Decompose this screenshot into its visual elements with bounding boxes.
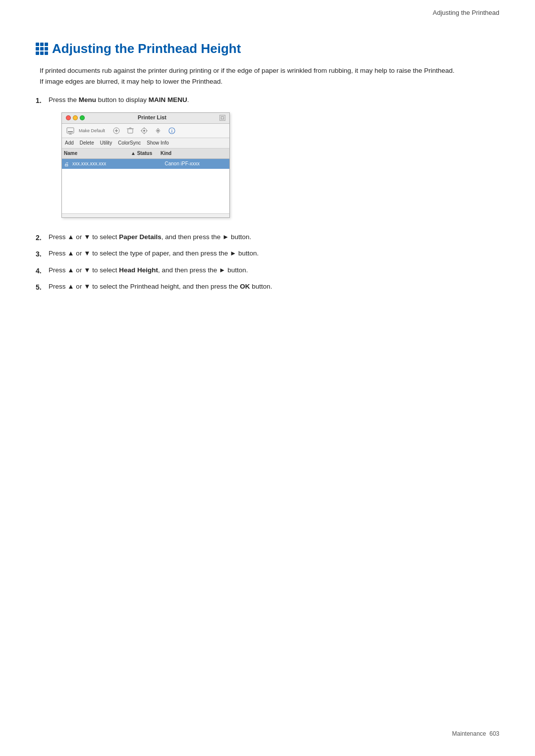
step-1-number: 1.	[36, 95, 49, 106]
window-traffic-lights	[66, 115, 85, 120]
menu-delete[interactable]: Delete	[80, 139, 94, 147]
step-1-text-before: Press the	[49, 96, 79, 103]
step-1-text-after: .	[187, 96, 189, 103]
svg-text:i: i	[171, 129, 173, 134]
intro-paragraph: If printed documents rub against the pri…	[36, 65, 499, 87]
footer-section: Maintenance	[452, 730, 486, 737]
steps-list: 1. Press the Menu button to display MAIN…	[36, 95, 499, 293]
page-title: Adjusting the Printhead Height	[52, 41, 241, 56]
svg-rect-7	[128, 129, 133, 133]
menu-showinfo[interactable]: Show Info	[147, 139, 168, 147]
step-3-content: Press ▲ or ▼ to select the type of paper…	[49, 248, 499, 259]
intro-line2: If image edges are blurred, it may help …	[40, 78, 222, 85]
make-default-label: Make Default	[79, 127, 105, 134]
step-4-number: 4.	[36, 265, 49, 276]
svg-rect-0	[67, 128, 74, 133]
table-body-empty	[62, 169, 229, 213]
page-title-container: Adjusting the Printhead Height	[36, 41, 499, 56]
table-header: Name ▲ Status Kind	[62, 149, 229, 159]
step-4-content: Press ▲ or ▼ to select Head Height, and …	[49, 265, 499, 276]
col-header-status: ▲ Status	[131, 150, 160, 157]
step-1: 1. Press the Menu button to display MAIN…	[36, 95, 499, 227]
info-icon[interactable]: i	[166, 125, 177, 136]
step-3-number: 3.	[36, 248, 49, 259]
screenshot-container: Printer List □	[61, 112, 499, 218]
add-icon[interactable]	[111, 125, 122, 136]
step-2-text: Press ▲ or ▼ to select Paper Details, an…	[49, 233, 251, 241]
step-1-bold1: Menu	[79, 96, 96, 103]
printer-window: Printer List □	[61, 112, 230, 218]
col-header-name: Name	[64, 150, 131, 157]
svg-point-11	[143, 130, 145, 132]
window-title: Printer List	[138, 113, 166, 122]
table-row[interactable]: 🖨 xxx.xxx.xxx.xxx Canon iPF-xxxx	[62, 159, 229, 169]
step-2: 2. Press ▲ or ▼ to select Paper Details,…	[36, 232, 499, 243]
window-resize-btn[interactable]: □	[219, 115, 225, 121]
svg-rect-1	[68, 131, 73, 132]
col-header-kind: Kind	[160, 150, 227, 157]
printer-icon: 🖨	[64, 160, 71, 167]
step-5: 5. Press ▲ or ▼ to select the Printhead …	[36, 281, 499, 293]
step-3: 3. Press ▲ or ▼ to select the type of pa…	[36, 248, 499, 259]
window-titlebar: Printer List □	[62, 113, 229, 124]
step-1-bold2: MAIN MENU	[149, 96, 187, 103]
window-minimize-dot[interactable]	[73, 115, 78, 120]
footer-page: 603	[489, 730, 499, 737]
step-1-text-mid: button to display	[96, 96, 149, 103]
step-4-text: Press ▲ or ▼ to select Head Height, and …	[49, 266, 248, 274]
printer-menubar: Add Delete Utility ColorSync Show Info	[62, 138, 229, 149]
menu-utility[interactable]: Utility	[100, 139, 112, 147]
window-zoom-dot[interactable]	[80, 115, 85, 120]
make-default-icon[interactable]	[65, 125, 76, 136]
step-3-text: Press ▲ or ▼ to select the type of paper…	[49, 250, 259, 257]
colorsync-icon[interactable]	[153, 125, 163, 136]
svg-point-16	[157, 130, 159, 132]
footer-spacer	[486, 730, 489, 737]
step-2-number: 2.	[36, 232, 49, 243]
delete-icon[interactable]	[125, 125, 136, 136]
intro-line1: If printed documents rub against the pri…	[40, 67, 454, 74]
row-kind: Canon iPF-xxxx	[165, 160, 228, 168]
step-2-content: Press ▲ or ▼ to select Paper Details, an…	[49, 232, 499, 243]
step-5-number: 5.	[36, 281, 49, 293]
utility-icon[interactable]	[139, 125, 150, 136]
grid-icon	[36, 43, 48, 55]
menu-add[interactable]: Add	[65, 139, 74, 147]
step-5-content: Press ▲ or ▼ to select the Printhead hei…	[49, 281, 499, 292]
window-close-dot[interactable]	[66, 115, 71, 120]
printer-toolbar: Make Default	[62, 124, 229, 138]
header-section: Adjusting the Printhead	[0, 0, 535, 16]
step-4: 4. Press ▲ or ▼ to select Head Height, a…	[36, 265, 499, 276]
header-title: Adjusting the Printhead	[433, 9, 499, 16]
footer: Maintenance 603	[452, 726, 499, 741]
menu-colorsync[interactable]: ColorSync	[118, 139, 141, 147]
row-name: xxx.xxx.xxx.xxx	[72, 160, 135, 168]
step-1-content: Press the Menu button to display MAIN ME…	[49, 95, 499, 227]
window-footer-bar	[62, 213, 229, 217]
step-5-text: Press ▲ or ▼ to select the Printhead hei…	[49, 283, 272, 290]
